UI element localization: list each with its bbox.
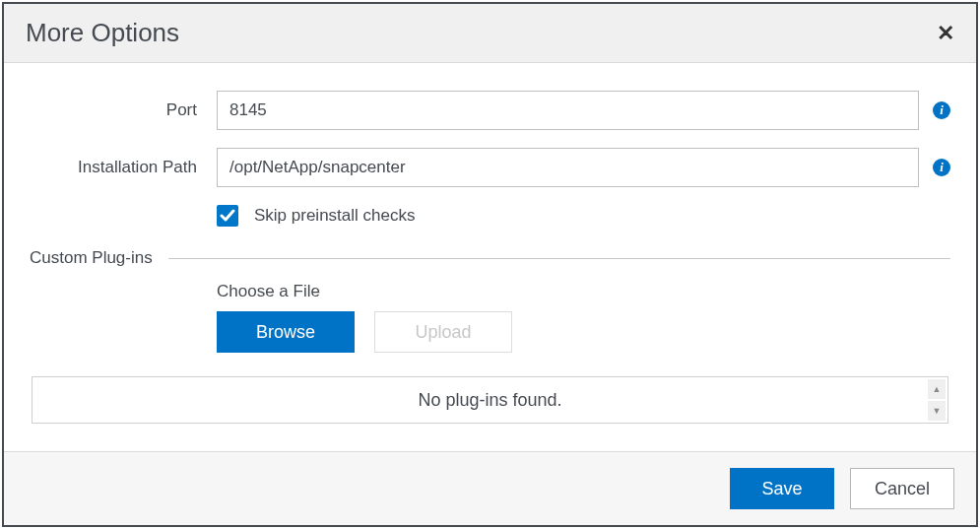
more-options-dialog: More Options ✕ Port i Installation Path …: [2, 2, 978, 527]
upload-button: Upload: [374, 311, 512, 353]
choose-file-label: Choose a File: [217, 282, 950, 301]
install-path-input-wrap: i: [217, 148, 950, 187]
dialog-title: More Options: [26, 18, 179, 48]
save-button[interactable]: Save: [730, 468, 834, 509]
port-label: Port: [30, 100, 217, 120]
section-divider: [168, 258, 950, 259]
plugins-list-box: No plug-ins found. ▲ ▼: [32, 376, 948, 424]
skip-preinstall-checkbox[interactable]: [217, 205, 238, 227]
info-icon[interactable]: i: [933, 101, 950, 119]
file-buttons-row: Browse Upload: [217, 311, 950, 353]
dialog-body: Port i Installation Path i Skip preinsta…: [4, 63, 976, 451]
port-row: Port i: [30, 91, 950, 130]
port-input[interactable]: [217, 91, 919, 130]
skip-preinstall-row: Skip preinstall checks: [217, 205, 950, 227]
dialog-header: More Options ✕: [4, 4, 976, 63]
install-path-row: Installation Path i: [30, 148, 950, 187]
port-input-wrap: i: [217, 91, 950, 130]
close-icon[interactable]: ✕: [937, 23, 954, 44]
custom-plugins-label: Custom Plug-ins: [30, 248, 168, 268]
browse-button[interactable]: Browse: [217, 311, 355, 353]
install-path-label: Installation Path: [30, 158, 217, 177]
custom-plugins-section: Custom Plug-ins: [30, 248, 950, 268]
skip-preinstall-label: Skip preinstall checks: [254, 206, 415, 226]
cancel-button[interactable]: Cancel: [850, 468, 954, 509]
plugins-empty-text: No plug-ins found.: [418, 390, 561, 411]
spin-down-icon[interactable]: ▼: [928, 401, 946, 421]
info-icon[interactable]: i: [933, 159, 950, 176]
plugins-spinner: ▲ ▼: [928, 379, 946, 421]
spin-up-icon[interactable]: ▲: [928, 379, 946, 399]
dialog-footer: Save Cancel: [4, 451, 976, 525]
choose-file-block: Choose a File Browse Upload: [217, 282, 950, 353]
install-path-input[interactable]: [217, 148, 919, 187]
